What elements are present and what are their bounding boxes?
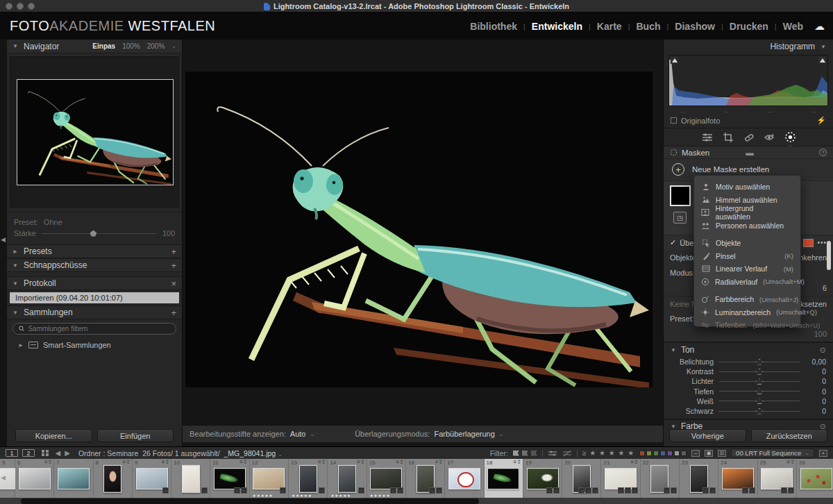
help-icon[interactable]: ? — [819, 149, 827, 156]
mask-menu-item-objects[interactable]: Objekte — [694, 237, 800, 250]
slider-track[interactable] — [719, 391, 800, 392]
secondary-window-button[interactable]: 2 — [22, 449, 35, 457]
more-options-icon[interactable]: ••• — [817, 239, 827, 246]
mask-menu-item-background[interactable]: Hintergrund auswählen — [694, 206, 800, 219]
color-label-chip[interactable] — [660, 451, 666, 456]
color-label-chip[interactable] — [681, 451, 687, 456]
mask-menu-item-subject[interactable]: Motiv auswählen — [694, 180, 800, 194]
previous-button[interactable]: Vorherige — [669, 429, 746, 442]
add-preset-icon[interactable]: + — [171, 246, 176, 257]
filmstrip-cell-9[interactable]: 9 ≡⇧ — [133, 459, 171, 498]
navigator-header[interactable]: ▼ Navigator Einpas 100% 200% ⌄ — [7, 40, 182, 53]
slider-track[interactable] — [719, 362, 800, 362]
filmstrip-cell-8[interactable]: 8 ≡⇧ — [94, 459, 133, 498]
zoom-100-button[interactable]: 100% — [122, 42, 140, 50]
photo-thumbnail[interactable] — [103, 465, 121, 493]
star-rating-filter[interactable]: ≥ ★ ★ ★ ★ ★ — [582, 449, 634, 457]
slider-track[interactable] — [719, 411, 800, 412]
mask-thumbnail[interactable] — [670, 185, 691, 206]
mask-menu-item-people[interactable]: Personen auswählen — [694, 219, 800, 233]
slider-thumb[interactable] — [756, 378, 763, 385]
back-arrow-icon[interactable]: ◀ — [56, 449, 61, 457]
photo-thumbnail[interactable] — [722, 468, 754, 489]
mask-menu-item-depth[interactable]: Tiefenber. (Bfhl+Wahl+Umsch+U) — [694, 319, 800, 332]
color-label-chip[interactable] — [646, 451, 652, 456]
scrollbar-thumb[interactable] — [21, 498, 479, 504]
photo-thumbnail[interactable] — [800, 468, 832, 489]
color-label-chip[interactable] — [667, 451, 673, 456]
filter-switch-button[interactable]: ▣ — [705, 450, 713, 457]
photo-thumbnail[interactable] — [19, 468, 51, 489]
crop-icon[interactable] — [723, 132, 734, 143]
filmstrip-scroll-left-icon[interactable]: ◀ — [1, 474, 6, 481]
collections-section-header[interactable]: ▼ Sammlungen + — [7, 305, 182, 319]
edited-filter-icon[interactable] — [548, 450, 557, 457]
mask-menu-item-luminance[interactable]: Luminanzbereich (Umschalt+Q) — [694, 306, 800, 319]
right-panel-scrollbar[interactable] — [827, 241, 831, 270]
pins-dropdown[interactable]: Auto — [290, 430, 306, 438]
filmstrip-cell-19[interactable]: 19 — [523, 459, 562, 498]
slider-thumb[interactable] — [756, 408, 763, 414]
slider-thumb[interactable] — [756, 369, 763, 375]
filter-preset-dropdown[interactable]: 00 LRT Full Sequence ⌄ — [731, 448, 814, 457]
add-collection-icon[interactable]: + — [171, 308, 176, 318]
grid-view-icon[interactable] — [42, 450, 49, 457]
masking-icon[interactable] — [784, 131, 796, 143]
photo-thumbnail[interactable] — [487, 468, 519, 489]
photo-thumbnail[interactable] — [527, 468, 559, 489]
module-tab-entwickeln[interactable]: Entwickeln — [532, 21, 582, 32]
filmstrip-cell-12[interactable]: 12 ★★★★★ — [250, 459, 289, 498]
collections-search-input[interactable] — [28, 325, 170, 333]
add-snapshot-icon[interactable]: + — [171, 260, 176, 271]
presets-section-header[interactable]: ► Presets + — [7, 244, 182, 258]
smart-collections-item[interactable]: ► Smart-Sammlungen — [7, 338, 182, 352]
overlay-color-swatch[interactable] — [803, 239, 814, 247]
photo-thumbnail[interactable] — [338, 465, 356, 493]
photo-thumbnail[interactable] — [448, 468, 480, 489]
navigator-thumbnail[interactable] — [17, 79, 174, 185]
filmstrip-cell-25[interactable]: 25 ≡⇧ — [758, 459, 797, 498]
photo-thumbnail[interactable] — [761, 468, 793, 489]
overlay-checkbox[interactable]: ✓ — [670, 238, 676, 247]
histogram[interactable] — [668, 55, 828, 106]
mask-menu-item-linear[interactable]: Linearer Verlauf (M) — [694, 262, 800, 276]
history-section-header[interactable]: ▼ Protokoll × — [7, 276, 182, 290]
filmstrip-cell-20[interactable]: 20 — [562, 459, 601, 498]
photo-thumbnail[interactable] — [299, 465, 317, 493]
histogram-header[interactable]: Histogramm ▼ — [664, 40, 833, 53]
slider-track[interactable] — [719, 371, 800, 372]
eye-icon[interactable]: ⊙ — [820, 346, 826, 355]
slider-thumb[interactable] — [756, 359, 763, 365]
filmstrip-lock-icon[interactable]: ▪ — [819, 450, 827, 457]
zoom-fit-button[interactable]: Einpas — [92, 42, 115, 50]
flag-filters[interactable] — [513, 451, 537, 456]
mask-menu-item-radial[interactable]: Radialverlauf (Umschalt+M) — [694, 276, 800, 289]
strength-slider[interactable] — [42, 233, 157, 234]
color-label-chip[interactable] — [653, 451, 659, 456]
flag-unflagged-icon[interactable] — [522, 451, 528, 456]
slider-track[interactable] — [719, 401, 800, 401]
filmstrip-cell-6[interactable]: 6 ≡⇧ — [15, 459, 54, 498]
reset-button[interactable]: Zurücksetzen — [751, 429, 828, 442]
module-tab-diashow[interactable]: Diashow — [675, 21, 715, 32]
slider-thumb[interactable] — [756, 388, 763, 394]
filmstrip-scrollbar[interactable] — [0, 498, 833, 504]
slider-thumb[interactable] — [756, 398, 763, 404]
overlay-mode-dropdown[interactable]: Farbüberlagerung — [434, 430, 494, 438]
filmstrip-cell-13[interactable]: 13 ≡⇧ ★★★★★ — [289, 459, 328, 498]
filmstrip-cell-24[interactable]: 24 — [718, 459, 757, 498]
zoom-200-button[interactable]: 200% — [147, 42, 165, 50]
photo-thumbnail[interactable] — [58, 468, 90, 489]
snapshots-section-header[interactable]: ▼ Schnappschüsse + — [7, 258, 182, 272]
module-tab-web[interactable]: Web — [783, 21, 803, 32]
filmstrip-cell-14[interactable]: 14 ≡⇧ ★★★★★ — [328, 459, 367, 498]
clear-history-icon[interactable]: × — [171, 278, 176, 289]
main-photo[interactable] — [185, 72, 653, 387]
color-label-chip[interactable] — [674, 451, 680, 456]
paste-button[interactable]: Einfügen — [97, 429, 174, 442]
mask-object-icon[interactable]: ◳ — [673, 212, 687, 224]
mask-menu-item-brush[interactable]: Pinsel (K) — [694, 250, 800, 263]
filmstrip-cell-17[interactable]: 17 — [445, 459, 484, 498]
primary-window-button[interactable]: 1 — [6, 449, 18, 457]
filmstrip-cell-21[interactable]: 21 ≡⇧ — [601, 459, 640, 498]
